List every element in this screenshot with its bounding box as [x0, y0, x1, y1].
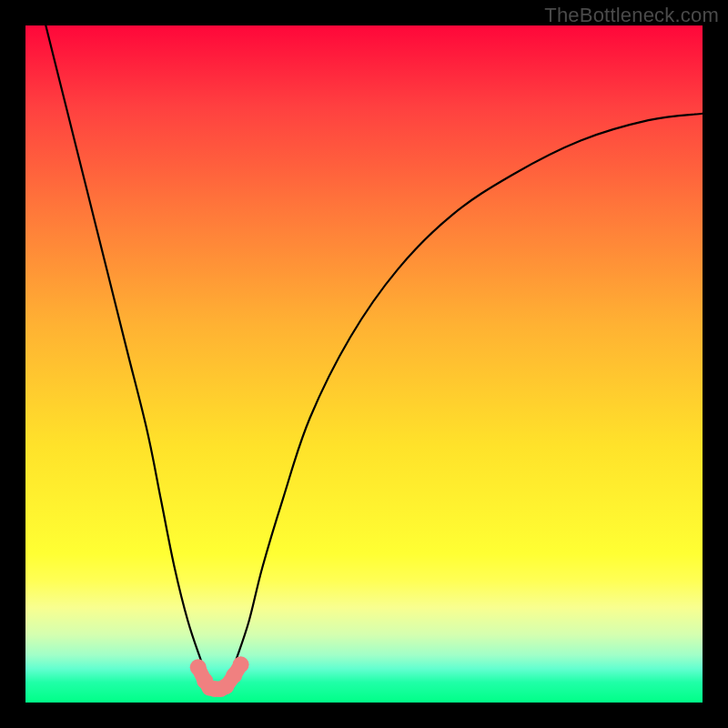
watermark-text: TheBottleneck.com [544, 4, 719, 27]
curve-path [46, 25, 703, 690]
plot-area [25, 25, 703, 703]
bottleneck-curve [25, 25, 703, 703]
chart-frame: TheBottleneck.com [0, 0, 728, 728]
sweet-spot-dot [233, 656, 249, 672]
sweet-spot-dots [190, 656, 249, 697]
